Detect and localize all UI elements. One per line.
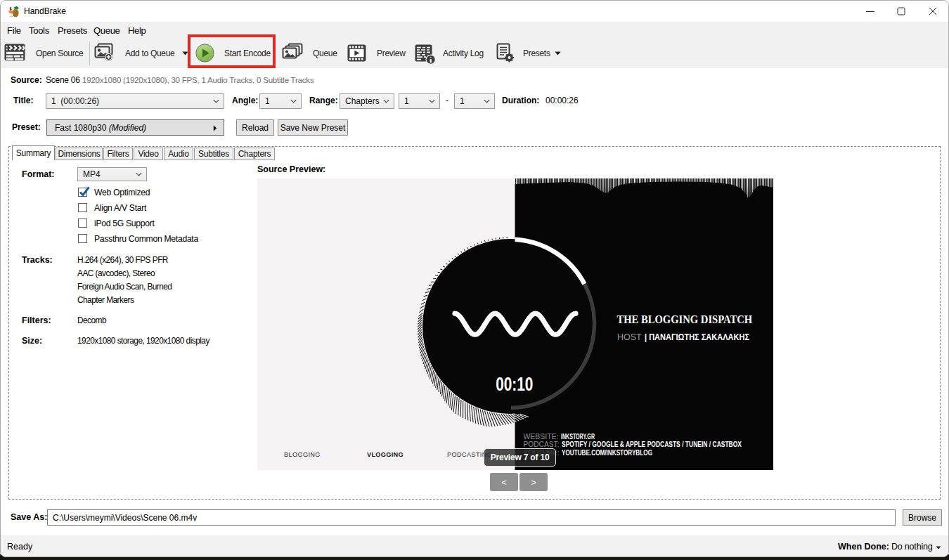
svg-text:BLOGGING: BLOGGING <box>284 451 321 458</box>
svg-text:PODCAST:: PODCAST: <box>524 441 560 448</box>
svg-text:THE BLOGGING DISPATCH: THE BLOGGING DISPATCH <box>617 313 753 325</box>
svg-text:00:10: 00:10 <box>496 373 533 395</box>
svg-text:VLOGGING: VLOGGING <box>367 451 404 458</box>
svg-text:WEBSITE:: WEBSITE: <box>524 433 559 441</box>
svg-text:HOST: HOST <box>617 332 642 342</box>
svg-text:SPOTIFY / GOOGLE & APPLE PODCA: SPOTIFY / GOOGLE & APPLE PODCASTS / TUNE… <box>562 441 742 448</box>
svg-text:| ΠΑΝΑΓΙΩΤΗΣ ΣΑΚΑΛΑΚΗΣ: | ΠΑΝΑΓΙΩΤΗΣ ΣΑΚΑΛΑΚΗΣ <box>645 332 749 342</box>
svg-text:YOUTUBE.COM/INKSTORYBLOG: YOUTUBE.COM/INKSTORYBLOG <box>562 449 652 457</box>
svg-text:INKSTORY.GR: INKSTORY.GR <box>561 433 595 441</box>
